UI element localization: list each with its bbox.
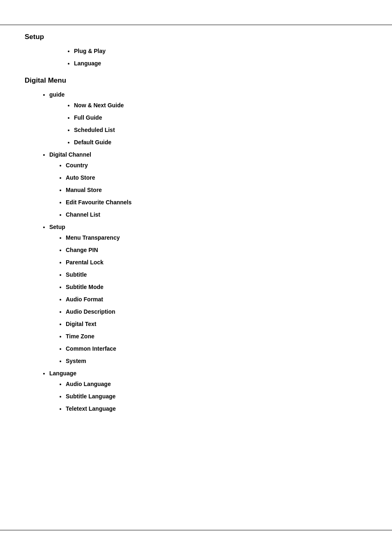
setup-sub-label: Setup [49,224,65,230]
subtitle-language-label: Subtitle Language [66,393,115,400]
guide-sub-list: Now & Next Guide Full Guide Scheduled Li… [49,102,367,146]
content-area: Setup Plug & Play Language Digital Menu … [0,0,392,451]
setup-list: Plug & Play Language [25,48,367,67]
list-item[interactable]: Manual Store [66,187,367,193]
list-item[interactable]: Scheduled List [74,127,367,133]
default-guide-label: Default Guide [74,139,111,146]
bottom-divider [0,530,392,530]
language-sub-label: Language [49,370,76,377]
list-item[interactable]: System [66,358,367,364]
digital-channel-item[interactable]: Digital Channel Country Auto Store Manua… [49,151,367,218]
digital-menu-heading: Digital Menu [25,76,367,85]
plug-play-label: Plug & Play [74,48,106,54]
country-label: Country [66,162,88,169]
list-item[interactable]: Audio Description [66,308,367,315]
list-item[interactable]: Teletext Language [66,405,367,412]
guide-label: guide [49,91,65,98]
language-sub-item[interactable]: Language Audio Language Subtitle Languag… [49,370,367,412]
subtitle-mode-label: Subtitle Mode [66,284,104,290]
digital-text-label: Digital Text [66,321,96,327]
list-item[interactable]: Edit Favourite Channels [66,199,367,206]
list-item[interactable]: Subtitle Language [66,393,367,400]
list-item[interactable]: Auto Store [66,174,367,181]
list-item[interactable]: Menu Transparency [66,234,367,241]
list-item[interactable]: Now & Next Guide [74,102,367,109]
scheduled-list-label: Scheduled List [74,127,115,133]
now-next-guide-label: Now & Next Guide [74,102,124,109]
time-zone-label: Time Zone [66,333,95,340]
channel-sub-list: Country Auto Store Manual Store Edit Fav… [49,162,367,218]
parental-lock-label: Parental Lock [66,259,104,266]
language-label: Language [74,60,101,67]
system-label: System [66,358,86,364]
list-item[interactable]: Parental Lock [66,259,367,266]
setup-sub-item[interactable]: Setup Menu Transparency Change PIN Paren… [49,224,367,364]
list-item[interactable]: Subtitle [66,271,367,278]
list-item[interactable]: Audio Format [66,296,367,303]
audio-description-label: Audio Description [66,308,115,315]
guide-item[interactable]: guide Now & Next Guide Full Guide Schedu… [49,91,367,146]
manual-store-label: Manual Store [66,187,102,193]
subtitle-label: Subtitle [66,271,87,278]
setup-sub-list: Menu Transparency Change PIN Parental Lo… [49,234,367,364]
digital-menu-list: guide Now & Next Guide Full Guide Schedu… [25,91,367,412]
page-container: Setup Plug & Play Language Digital Menu … [0,0,392,555]
auto-store-label: Auto Store [66,174,95,181]
setup-heading: Setup [25,33,367,41]
language-sub-list: Audio Language Subtitle Language Teletex… [49,381,367,412]
list-item[interactable]: Channel List [66,211,367,218]
list-item[interactable]: Full Guide [74,114,367,121]
list-item[interactable]: Plug & Play [74,48,367,54]
digital-menu-section: Digital Menu guide Now & Next Guide Full… [25,76,367,412]
channel-list-label: Channel List [66,211,100,218]
teletext-language-label: Teletext Language [66,405,116,412]
change-pin-label: Change PIN [66,247,98,253]
audio-language-label: Audio Language [66,381,111,387]
list-item[interactable]: Digital Text [66,321,367,327]
menu-transparency-label: Menu Transparency [66,234,120,241]
list-item[interactable]: Time Zone [66,333,367,340]
list-item[interactable]: Language [74,60,367,67]
list-item[interactable]: Audio Language [66,381,367,387]
common-interface-label: Common Interface [66,345,116,352]
list-item[interactable]: Country [66,162,367,169]
audio-format-label: Audio Format [66,296,103,303]
setup-section: Setup Plug & Play Language [25,33,367,67]
digital-channel-label: Digital Channel [49,151,91,158]
top-divider [0,25,392,25]
full-guide-label: Full Guide [74,114,102,121]
list-item[interactable]: Subtitle Mode [66,284,367,290]
list-item[interactable]: Change PIN [66,247,367,253]
edit-fav-channels-label: Edit Favourite Channels [66,199,131,206]
list-item[interactable]: Default Guide [74,139,367,146]
list-item[interactable]: Common Interface [66,345,367,352]
